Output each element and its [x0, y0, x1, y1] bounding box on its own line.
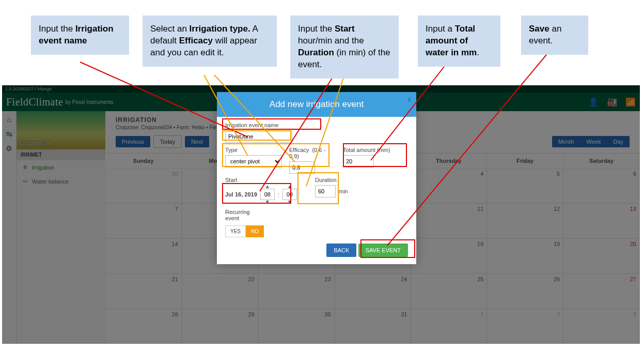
callout-event-name: Input the Irrigation event name — [31, 16, 129, 55]
highlight-event-name — [222, 118, 321, 130]
duration-unit: min — [339, 188, 348, 194]
close-icon[interactable]: x — [407, 95, 411, 103]
callout-total-amount: Input a Total amount of water in mm. — [418, 16, 500, 67]
callout-start-duration: Input the Start hour/min and the Duratio… — [290, 16, 399, 79]
recurring-no-toggle[interactable]: NO — [246, 225, 264, 237]
modal-title: Add new irrigation event — [270, 99, 364, 109]
app-window: 1.0.20200107 / Mange FieldClimate by Pes… — [2, 85, 640, 344]
highlight-save — [360, 239, 415, 258]
highlight-duration — [297, 172, 339, 204]
callout-irrigation-type: Select an Irrigation type. A default Eff… — [143, 16, 277, 67]
highlight-total — [343, 143, 407, 167]
highlight-start — [222, 183, 291, 204]
back-button[interactable]: BACK — [326, 244, 356, 257]
highlight-event-name-val — [222, 130, 291, 141]
recurring-label: Recurring event — [225, 209, 261, 221]
recurring-yes-toggle[interactable]: YES — [225, 225, 246, 237]
start-label: Start — [225, 177, 308, 183]
callout-save: Save an event. — [521, 16, 588, 55]
highlight-type-eff — [222, 143, 329, 167]
